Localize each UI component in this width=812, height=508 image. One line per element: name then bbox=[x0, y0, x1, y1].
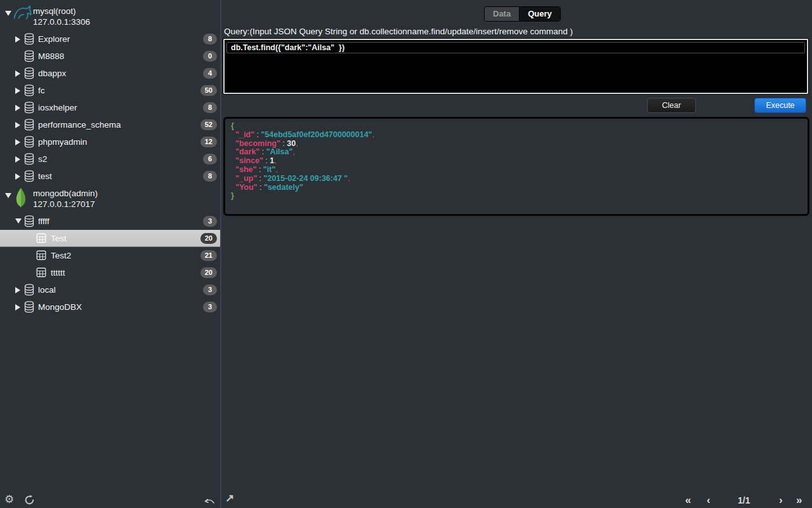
count-badge: 8 bbox=[203, 171, 217, 182]
connection-name: mysql(root) bbox=[33, 6, 76, 16]
database-icon bbox=[24, 67, 34, 82]
sidebar-item-collection-Test[interactable]: Test20 bbox=[0, 230, 220, 247]
database-label: M8888 bbox=[38, 51, 64, 61]
disclosure-triangle-icon[interactable] bbox=[5, 193, 11, 198]
clear-button[interactable]: Clear bbox=[647, 98, 696, 113]
json-token-comma: , bbox=[292, 147, 294, 156]
tab-query[interactable]: Query bbox=[520, 7, 560, 21]
disclosure-triangle-icon[interactable] bbox=[15, 218, 22, 224]
json-token-punct: : bbox=[263, 156, 270, 165]
mongodb-leaf-icon bbox=[15, 187, 27, 211]
sidebar-item-phpmyadmin[interactable]: phpmyadmin12 bbox=[0, 133, 220, 150]
json-token-punct: : bbox=[254, 130, 261, 139]
query-input[interactable]: db.Test.find({"dark":"Ailsa" }) bbox=[223, 39, 808, 94]
settings-gear-icon[interactable]: ⚙ bbox=[4, 493, 14, 506]
collapse-sidebar-icon[interactable] bbox=[203, 496, 214, 507]
json-token-key: "_id" bbox=[235, 130, 254, 139]
disclosure-triangle-icon[interactable] bbox=[15, 173, 20, 180]
connection-host: 127.0.0.1:27017 bbox=[33, 199, 95, 209]
connection-host: 127.0.0.1:3306 bbox=[33, 17, 90, 27]
count-badge: 8 bbox=[203, 34, 217, 44]
query-actions: Clear Execute bbox=[223, 98, 808, 113]
count-badge: 52 bbox=[200, 119, 217, 130]
result-json-line: } bbox=[231, 192, 802, 201]
sidebar-item-dbappx[interactable]: dbappx4 bbox=[0, 65, 220, 82]
json-token-key: "she" bbox=[235, 165, 256, 174]
database-label: MongoDBX bbox=[38, 302, 82, 312]
database-label: Explorer bbox=[38, 34, 70, 44]
sidebar-item-collection-tttttt[interactable]: tttttt20 bbox=[0, 264, 220, 281]
mysql-dolphin-icon bbox=[13, 5, 32, 23]
last-page-button[interactable]: » bbox=[796, 494, 802, 507]
sidebar-tree: mysql(root)127.0.0.1:3306Explorer8M88880… bbox=[0, 0, 220, 508]
count-badge: 3 bbox=[203, 302, 217, 312]
sidebar-item-iosxhelper[interactable]: iosxhelper8 bbox=[0, 99, 220, 116]
query-result-panel: {"_id" : "54ebd5af0ef20d4700000014","bec… bbox=[223, 117, 809, 216]
database-icon bbox=[24, 102, 34, 116]
database-label: phpmyadmin bbox=[38, 137, 87, 147]
disclosure-triangle-icon[interactable] bbox=[15, 36, 20, 43]
json-token-key: "dark" bbox=[235, 147, 259, 156]
disclosure-triangle-icon[interactable] bbox=[15, 304, 20, 311]
sidebar-item-test[interactable]: test8 bbox=[0, 168, 220, 185]
app-window: mysql(root)127.0.0.1:3306Explorer8M88880… bbox=[0, 0, 812, 508]
table-icon bbox=[36, 267, 46, 280]
sidebar-item-fc[interactable]: fc50 bbox=[0, 82, 220, 99]
sidebar-item-fffff[interactable]: fffff3 bbox=[0, 213, 220, 230]
open-external-icon[interactable]: ↗ bbox=[225, 491, 234, 505]
result-json-line: "becoming" : 30, bbox=[231, 140, 802, 149]
tab-data[interactable]: Data bbox=[485, 7, 520, 21]
view-tab-control: Data Query bbox=[484, 6, 561, 22]
json-token-key: "You" bbox=[235, 183, 258, 192]
sidebar-item-s2[interactable]: s26 bbox=[0, 150, 220, 168]
first-page-button[interactable]: « bbox=[685, 494, 691, 507]
table-icon bbox=[36, 233, 46, 246]
sidebar-item-performance_schema[interactable]: performance_schema52 bbox=[0, 116, 220, 133]
sidebar-item-MongoDBX[interactable]: MongoDBX3 bbox=[0, 298, 220, 316]
json-token-key: "becoming" bbox=[235, 139, 280, 148]
sidebar-item-Explorer[interactable]: Explorer8 bbox=[0, 30, 220, 48]
database-label: dbappx bbox=[38, 69, 66, 78]
database-label: fc bbox=[38, 86, 45, 95]
connection-header-mongodb[interactable]: mongodb(admin)127.0.0.1:27017 bbox=[0, 185, 220, 213]
execute-button[interactable]: Execute bbox=[754, 98, 806, 113]
next-page-button[interactable]: › bbox=[779, 494, 783, 507]
sidebar-item-local[interactable]: local3 bbox=[0, 281, 220, 298]
json-token-punct: : bbox=[259, 147, 266, 156]
count-badge: 20 bbox=[200, 267, 217, 278]
json-token-punct: : bbox=[256, 165, 263, 174]
disclosure-triangle-icon[interactable] bbox=[15, 287, 20, 293]
database-icon bbox=[24, 50, 34, 65]
database-label: s2 bbox=[38, 154, 47, 164]
result-json-line: "dark" : "Ailsa", bbox=[231, 148, 802, 157]
collection-label: Test bbox=[51, 234, 67, 243]
refresh-icon[interactable] bbox=[24, 495, 35, 508]
sidebar-item-collection-Test2[interactable]: Test221 bbox=[0, 247, 220, 264]
database-icon bbox=[24, 215, 34, 230]
disclosure-triangle-icon[interactable] bbox=[15, 156, 20, 163]
disclosure-triangle-icon[interactable] bbox=[15, 122, 20, 128]
collection-label: tttttt bbox=[51, 268, 65, 277]
count-badge: 0 bbox=[203, 51, 217, 62]
disclosure-triangle-icon[interactable] bbox=[15, 139, 20, 145]
database-icon bbox=[24, 119, 34, 133]
collection-label: Test2 bbox=[51, 251, 71, 260]
result-json-line: "You" : "sedately" bbox=[231, 184, 802, 192]
sidebar-item-M8888[interactable]: M88880 bbox=[0, 48, 220, 65]
database-label: test bbox=[38, 171, 52, 181]
json-token-punct: : bbox=[257, 174, 263, 183]
prev-page-button[interactable]: ‹ bbox=[707, 494, 710, 507]
disclosure-triangle-icon[interactable] bbox=[5, 11, 11, 16]
count-badge: 6 bbox=[203, 154, 217, 164]
result-json-line: "since" : 1, bbox=[231, 157, 802, 166]
disclosure-triangle-icon[interactable] bbox=[15, 88, 20, 94]
json-token-string: "it" bbox=[263, 165, 276, 174]
disclosure-triangle-icon[interactable] bbox=[15, 105, 20, 111]
connection-header-mysql[interactable]: mysql(root)127.0.0.1:3306 bbox=[0, 3, 220, 30]
query-input-text[interactable]: db.Test.find({"dark":"Ailsa" }) bbox=[226, 42, 805, 53]
database-icon bbox=[24, 136, 34, 150]
disclosure-triangle-icon[interactable] bbox=[15, 70, 20, 77]
database-icon bbox=[24, 33, 34, 48]
sidebar-divider bbox=[220, 0, 221, 508]
count-badge: 50 bbox=[200, 85, 217, 96]
